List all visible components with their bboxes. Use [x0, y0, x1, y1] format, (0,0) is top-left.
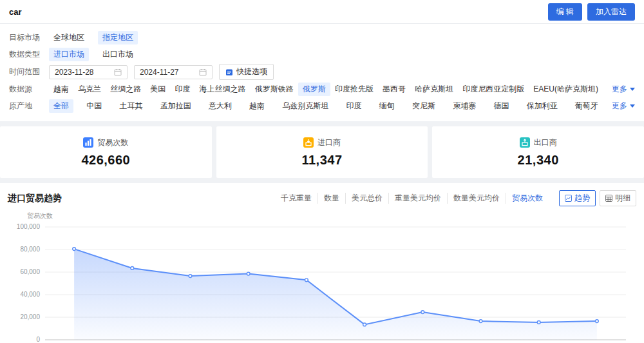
data-source-option[interactable]: 哈萨克斯坦 — [410, 83, 458, 96]
target-market-option[interactable]: 全球地区 — [49, 31, 89, 44]
target-market-label: 目标市场 — [9, 32, 49, 43]
data-source-option[interactable]: 印度 — [170, 83, 194, 96]
stat-label: 出口商 — [534, 137, 557, 148]
origin-option[interactable]: 全部 — [49, 99, 73, 113]
data-source-option[interactable]: EAEU(哈萨克斯坦) — [529, 83, 603, 96]
stat-card-header: 出口商 — [520, 137, 557, 148]
end-date-input[interactable]: 2024-11-27 — [134, 65, 213, 79]
origin-option[interactable]: 葡萄牙 — [571, 99, 603, 113]
filter-row-data-type: 数据类型 进口市场出口市场 — [9, 47, 635, 62]
chart-header: 进口贸易趋势 千克重量数量美元总价重量美元均价数量美元均价贸易次数 趋势 明细 — [8, 190, 636, 206]
stat-card-header: 进口商 — [303, 137, 341, 148]
data-source-option[interactable]: 海上丝绸之路 — [195, 83, 251, 96]
stat-card: 进口商11,347 — [216, 126, 428, 178]
importer-icon — [303, 137, 314, 148]
data-source-option[interactable]: 俄罗斯 — [298, 83, 330, 96]
detail-button-label: 明细 — [615, 193, 630, 204]
stat-card: 贸易次数426,660 — [0, 126, 212, 178]
topbar-actions: 编 辑 加入雷达 — [548, 3, 635, 21]
origin-option[interactable]: 德国 — [489, 99, 513, 113]
metric-tabs: 千克重量数量美元总价重量美元均价数量美元均价贸易次数 — [275, 193, 549, 204]
svg-text:20,000: 20,000 — [20, 313, 40, 320]
end-date-value: 2024-11-27 — [140, 68, 179, 77]
bar-chart-icon — [83, 137, 93, 148]
origin-option[interactable]: 印度 — [342, 99, 366, 113]
origin-options: 全部中国土耳其孟加拉国意大利越南乌兹别克斯坦印度缅甸突尼斯柬埔寨德国保加利亚葡萄… — [49, 99, 603, 113]
svg-text:100,000: 100,000 — [17, 223, 41, 230]
start-date-value: 2023-11-28 — [55, 68, 94, 77]
chevron-down-icon — [630, 104, 635, 108]
quick-options-button[interactable]: 快捷选项 — [219, 64, 274, 80]
svg-text:0: 0 — [36, 336, 40, 343]
data-type-label: 数据类型 — [9, 49, 49, 60]
origin-option[interactable]: 土耳其 — [115, 99, 147, 113]
metric-tab[interactable]: 数量 — [317, 193, 345, 204]
stat-card: 出口商21,340 — [432, 126, 644, 178]
stat-label: 贸易次数 — [97, 137, 128, 148]
metric-tab[interactable]: 贸易次数 — [506, 193, 549, 204]
origin-option[interactable]: 意大利 — [204, 99, 236, 113]
trend-view-button[interactable]: 趋势 — [559, 190, 596, 206]
metric-tab[interactable]: 重量美元均价 — [388, 193, 447, 204]
data-source-option[interactable]: 越南 — [49, 83, 73, 96]
filter-row-target-market: 目标市场 全球地区指定地区 — [9, 30, 635, 45]
data-source-more-link[interactable]: 更多 — [612, 84, 635, 95]
add-to-radar-button[interactable]: 加入雷达 — [587, 3, 635, 21]
svg-text:60,000: 60,000 — [20, 268, 40, 275]
data-source-option[interactable]: 印度尼西亚定制版 — [458, 83, 529, 96]
chevron-down-icon — [630, 88, 635, 91]
data-source-option[interactable]: 丝绸之路 — [106, 83, 146, 96]
data-source-option[interactable]: 印度抢先版 — [330, 83, 378, 96]
chart-panel: 进口贸易趋势 千克重量数量美元总价重量美元均价数量美元均价贸易次数 趋势 明细 … — [0, 183, 644, 343]
metric-tab[interactable]: 千克重量 — [275, 193, 317, 204]
edit-button[interactable]: 编 辑 — [548, 3, 582, 21]
origin-option[interactable]: 突尼斯 — [408, 99, 440, 113]
metric-tab[interactable]: 数量美元均价 — [447, 193, 506, 204]
origin-label: 原产地 — [9, 101, 49, 112]
exporter-icon — [520, 137, 530, 148]
start-date-input[interactable]: 2023-11-28 — [49, 65, 128, 79]
stat-value: 21,340 — [518, 153, 559, 168]
data-source-option[interactable]: 乌克兰 — [73, 83, 106, 96]
time-range-label: 时间范围 — [9, 66, 49, 77]
origin-option[interactable]: 保加利亚 — [522, 99, 562, 113]
svg-text:40,000: 40,000 — [20, 291, 40, 298]
line-chart-icon — [565, 195, 572, 202]
origin-option[interactable]: 柬埔寨 — [448, 99, 480, 113]
topbar: car 编 辑 加入雷达 — [0, 0, 644, 24]
origin-option[interactable]: 孟加拉国 — [156, 99, 196, 113]
svg-text:80,000: 80,000 — [20, 246, 40, 253]
data-source-label: 数据源 — [9, 84, 49, 95]
calendar-icon — [225, 68, 233, 76]
origin-option[interactable]: 中国 — [82, 99, 106, 113]
more-label: 更多 — [612, 84, 627, 95]
data-type-options: 进口市场出口市场 — [49, 48, 147, 61]
data-source-options: 越南乌克兰丝绸之路美国印度海上丝绸之路俄罗斯铁路俄罗斯印度抢先版墨西哥哈萨克斯坦… — [49, 83, 603, 96]
origin-option[interactable]: 缅甸 — [375, 99, 399, 113]
filter-row-time-range: 时间范围 2023-11-28 2024-11-27 快捷选项 — [9, 64, 635, 80]
metric-tab[interactable]: 美元总价 — [345, 193, 388, 204]
filter-row-origin: 原产地 全部中国土耳其孟加拉国意大利越南乌兹别克斯坦印度缅甸突尼斯柬埔寨德国保加… — [9, 99, 635, 113]
data-source-option[interactable]: 俄罗斯铁路 — [251, 83, 298, 96]
filter-row-data-source: 数据源 越南乌克兰丝绸之路美国印度海上丝绸之路俄罗斯铁路俄罗斯印度抢先版墨西哥哈… — [9, 82, 635, 97]
y-axis-label: 贸易次数 — [27, 211, 636, 220]
more-label: 更多 — [612, 101, 627, 112]
data-type-option[interactable]: 出口市场 — [98, 48, 138, 61]
origin-option[interactable]: 乌兹别克斯坦 — [278, 99, 333, 113]
origin-option[interactable]: 越南 — [245, 99, 269, 113]
calendar-icon — [114, 68, 122, 76]
detail-view-button[interactable]: 明细 — [600, 190, 636, 206]
origin-more-link[interactable]: 更多 — [612, 101, 635, 112]
calendar-icon — [199, 68, 207, 76]
page-title: car — [9, 7, 22, 17]
stat-card-header: 贸易次数 — [83, 137, 128, 148]
stat-value: 426,660 — [81, 153, 130, 168]
data-source-option[interactable]: 墨西哥 — [378, 83, 410, 96]
data-source-option[interactable]: 美国 — [146, 83, 170, 96]
stat-label: 进口商 — [317, 137, 341, 148]
target-market-options: 全球地区指定地区 — [49, 31, 147, 44]
target-market-option[interactable]: 指定地区 — [98, 31, 138, 44]
chart-controls: 千克重量数量美元总价重量美元均价数量美元均价贸易次数 趋势 明细 — [275, 190, 636, 206]
data-type-option[interactable]: 进口市场 — [49, 48, 89, 61]
trend-button-label: 趋势 — [574, 193, 590, 204]
